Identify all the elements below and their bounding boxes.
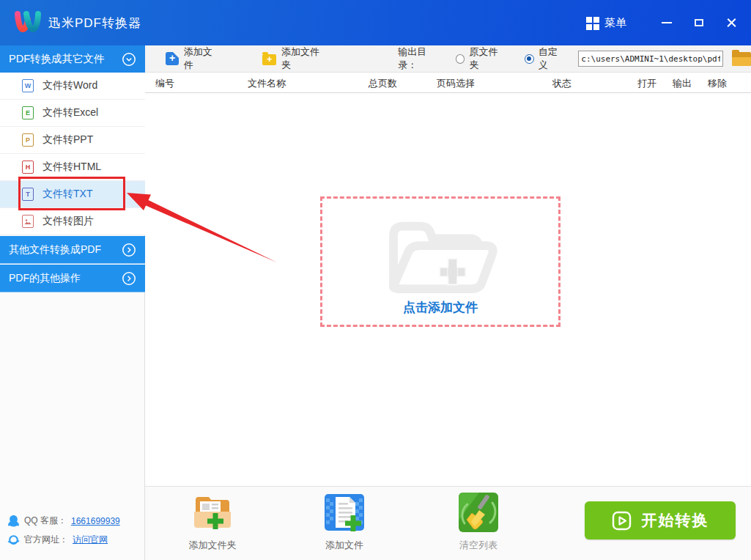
radio-original-icon — [456, 54, 465, 64]
toolbar: 添加文件 添加文件夹 输出目录： 原文件夹 自定义 — [145, 45, 751, 73]
sidebar-item-label: 文件转PPT — [42, 133, 93, 147]
add-folder-icon — [262, 54, 276, 65]
chevron-right-icon — [122, 243, 136, 257]
sidebar-item-to-ppt[interactable]: P 文件转PPT — [0, 127, 145, 154]
qq-service-label: QQ 客服： — [24, 515, 67, 527]
app-title: 迅米PDF转换器 — [48, 15, 141, 32]
image-file-icon — [22, 215, 34, 228]
add-file-large-icon — [323, 491, 366, 534]
sidebar-item-to-word[interactable]: W 文件转Word — [0, 73, 145, 100]
minimize-icon — [662, 22, 672, 23]
browse-folder-button[interactable] — [732, 52, 751, 66]
menu-grid-icon — [586, 17, 599, 29]
file-table-header: 编号 文件名称 总页数 页码选择 状态 打开 输出 移除 — [145, 73, 751, 93]
close-icon — [726, 18, 737, 29]
sidebar-section-pdf-to-other[interactable]: PDF转换成其它文件 — [0, 45, 145, 73]
menu-button[interactable]: 菜单 — [586, 16, 626, 30]
app-logo-icon — [10, 8, 42, 37]
add-file-button[interactable]: 添加文件 — [166, 45, 221, 72]
radio-custom-label: 自定义 — [539, 45, 567, 72]
folder-plus-icon — [379, 208, 502, 298]
radio-custom-folder[interactable]: 自定义 — [525, 45, 566, 72]
maximize-icon — [695, 19, 703, 26]
sidebar-section-label: PDF转换成其它文件 — [9, 52, 105, 66]
official-site-label: 官方网址： — [24, 534, 68, 546]
add-file-action-label: 添加文件 — [325, 539, 363, 552]
sidebar-footer: QQ 客服： 1661699939 官方网址： 访问官网 — [7, 515, 143, 553]
add-folder-action-label: 添加文件夹 — [189, 539, 237, 552]
browser-icon — [7, 534, 20, 546]
radio-original-label: 原文件夹 — [469, 45, 506, 72]
clear-list-action-button[interactable]: 清空列表 — [438, 491, 519, 552]
dropzone-label: 点击添加文件 — [403, 299, 478, 316]
maximize-button[interactable] — [687, 12, 711, 34]
sidebar-section-label: 其他文件转换成PDF — [9, 243, 101, 257]
sidebar-item-to-excel[interactable]: E 文件转Excel — [0, 100, 145, 127]
dropzone-add-files[interactable]: 点击添加文件 — [320, 196, 561, 327]
col-number: 编号 — [155, 77, 174, 90]
output-path-input[interactable] — [578, 51, 723, 67]
sidebar-item-to-html[interactable]: H 文件转HTML — [0, 154, 145, 181]
ppt-file-icon: P — [22, 133, 34, 147]
excel-file-icon: E — [22, 106, 34, 119]
menu-label: 菜单 — [604, 16, 626, 30]
radio-original-folder[interactable]: 原文件夹 — [456, 45, 507, 72]
titlebar: 迅米PDF转换器 菜单 — [0, 0, 751, 45]
sidebar-section-label: PDF的其他操作 — [9, 272, 81, 285]
col-page-select: 页码选择 — [437, 77, 475, 90]
chevron-down-icon — [122, 52, 136, 67]
output-dir-label: 输出目录： — [398, 45, 445, 72]
add-file-action-button[interactable]: 添加文件 — [304, 491, 385, 552]
official-site-link[interactable]: 访问官网 — [73, 534, 108, 546]
sidebar-item-to-image[interactable]: 文件转图片 — [0, 208, 145, 235]
col-output: 输出 — [673, 77, 692, 90]
add-folder-label: 添加文件夹 — [281, 45, 328, 72]
clear-list-action-label: 清空列表 — [459, 539, 497, 552]
clear-list-broom-icon — [457, 491, 500, 534]
start-convert-label: 开始转换 — [642, 510, 709, 531]
minimize-button[interactable] — [654, 12, 679, 34]
sidebar-item-label: 文件转Word — [42, 79, 97, 92]
col-filename: 文件名称 — [248, 77, 286, 90]
sidebar-item-to-txt[interactable]: T 文件转TXT — [0, 181, 145, 208]
chevron-right-icon — [122, 271, 136, 286]
sidebar-item-label: 文件转HTML — [42, 161, 101, 174]
col-remove: 移除 — [708, 77, 727, 90]
play-icon — [612, 511, 632, 531]
start-convert-button[interactable]: 开始转换 — [585, 501, 736, 539]
col-status: 状态 — [552, 77, 571, 90]
sidebar-item-label: 文件转TXT — [42, 188, 92, 201]
sidebar-section-pdf-other-ops[interactable]: PDF的其他操作 — [0, 265, 145, 292]
sidebar-item-label: 文件转图片 — [42, 215, 94, 228]
sidebar-item-label: 文件转Excel — [42, 106, 98, 119]
add-file-label: 添加文件 — [184, 45, 221, 72]
col-total-pages: 总页数 — [369, 77, 397, 90]
add-folder-button[interactable]: 添加文件夹 — [262, 45, 328, 72]
close-button[interactable] — [719, 12, 744, 34]
col-open: 打开 — [637, 77, 656, 90]
sidebar-section-other-to-pdf[interactable]: 其他文件转换成PDF — [0, 236, 145, 264]
word-file-icon: W — [22, 79, 34, 92]
add-file-icon — [166, 52, 179, 65]
qq-icon — [7, 515, 20, 527]
radio-custom-icon — [525, 54, 534, 64]
qq-number-link[interactable]: 1661699939 — [71, 516, 120, 526]
txt-file-icon: T — [22, 188, 34, 201]
html-file-icon: H — [22, 161, 34, 174]
app-window: 迅米PDF转换器 菜单 PDF转换成其它文件 W 文件转Word E 文件转Ex… — [0, 0, 751, 560]
add-folder-action-button[interactable]: 添加文件夹 — [172, 491, 253, 552]
add-folder-large-icon — [191, 491, 234, 534]
